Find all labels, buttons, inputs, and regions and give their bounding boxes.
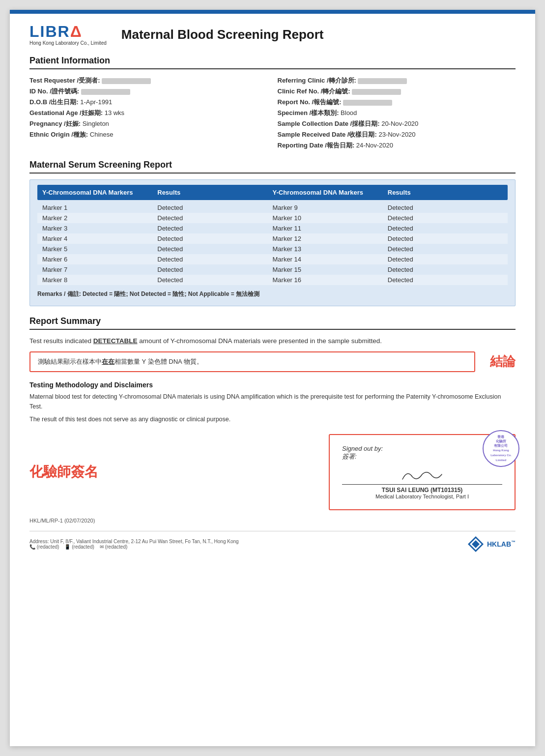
table-row: Marker 4 Detected Marker 12 Detected xyxy=(37,233,508,244)
result-right: Detected xyxy=(388,266,503,273)
conclusion-label: 結論 xyxy=(490,353,516,370)
col4-header: Results xyxy=(388,189,503,196)
result-left: Detected xyxy=(157,214,272,222)
signature-svg xyxy=(398,467,447,484)
result-right: Detected xyxy=(388,276,503,284)
patient-row-clinic: Referring Clinic /轉介診所: xyxy=(278,75,516,86)
top-accent-bar xyxy=(10,10,535,14)
stamp-text: 香港化驗所有限公司 Hong KongLaboratory Co.Limited xyxy=(489,433,513,464)
hklab-diamond-icon xyxy=(467,535,485,553)
patient-row-collection-date: Sample Collection Date /採樣日期: 20-Nov-202… xyxy=(278,118,516,129)
result-left: Detected xyxy=(157,235,272,242)
serum-section: Maternal Serum Screening Report Y-Chromo… xyxy=(29,160,516,306)
marker-right: Marker 15 xyxy=(273,266,388,273)
detectable-word: DETECTABLE xyxy=(93,337,138,345)
requester-value xyxy=(102,78,151,84)
patient-row-specimen: Specimen /樣本類別: Blood xyxy=(278,108,516,118)
markers-header-row: Y-Chromosomal DNA Markers Results Y-Chro… xyxy=(37,185,508,200)
signature-area: 化驗師簽名 香港化驗所有限公司 Hong KongLaboratory Co.L… xyxy=(29,434,516,510)
lab-stamp: 香港化驗所有限公司 Hong KongLaboratory Co.Limited xyxy=(483,430,519,467)
signer-title: Medical Laboratory Technologist, Part I xyxy=(342,494,502,499)
result-right: Detected xyxy=(388,225,503,232)
logo-sub: Hong Kong Laboratory Co., Limited xyxy=(29,40,107,46)
table-row: Marker 5 Detected Marker 13 Detected xyxy=(37,244,508,254)
summary-text: Test results indicated DETECTABLE amount… xyxy=(29,336,516,347)
contact-text: 📞 (redacted) 📱 (redacted) ✉ (redacted) xyxy=(29,544,239,550)
patient-row-gest-age: Gestational Age /妊娠期: 13 wks xyxy=(29,108,268,118)
marker-right: Marker 12 xyxy=(273,235,388,242)
clinic-value xyxy=(358,78,407,84)
col1-header: Y-Chromosomal DNA Markers xyxy=(42,189,157,196)
address-text: Address: Unit F, 8/F., Valiant Industria… xyxy=(29,539,239,544)
signed-out-text: Signed out by: 簽署: xyxy=(342,445,502,461)
methodology-text1: Maternal blood test for detecting Y-chro… xyxy=(29,392,516,411)
patient-row-reporting-date: Reporting Date /報告日期: 24-Nov-2020 xyxy=(278,140,516,151)
id-value xyxy=(81,89,130,95)
table-row: Marker 2 Detected Marker 10 Detected xyxy=(37,213,508,223)
patient-row-requester: Test Requester /受測者: xyxy=(29,75,268,86)
methodology-text2: The result of this test does not serve a… xyxy=(29,414,516,424)
marker-left: Marker 2 xyxy=(42,214,157,222)
signer-name: TSUI SAI LEUNG (MT101315) xyxy=(342,487,502,494)
result-right: Detected xyxy=(388,214,503,222)
report-summary-section: Report Summary Test results indicated DE… xyxy=(29,316,516,372)
result-right: Detected xyxy=(388,235,503,242)
marker-right: Marker 11 xyxy=(273,225,388,232)
marker-left: Marker 3 xyxy=(42,225,157,232)
marker-left: Marker 5 xyxy=(42,245,157,253)
table-row: Marker 1 Detected Marker 9 Detected xyxy=(37,203,508,213)
chinese-underline: 在在 xyxy=(102,358,115,365)
marker-right: Marker 14 xyxy=(273,256,388,263)
patient-row-dob: D.O.B /出生日期: 1-Apr-1991 xyxy=(29,97,268,108)
col2-header: Results xyxy=(157,189,272,196)
report-header: LIBRΔ Hong Kong Laboratory Co., Limited … xyxy=(29,24,516,46)
signature-line xyxy=(342,465,502,485)
col3-header: Y-Chromosomal DNA Markers xyxy=(273,189,388,196)
marker-right: Marker 10 xyxy=(273,214,388,222)
result-left: Detected xyxy=(157,256,272,263)
marker-left: Marker 1 xyxy=(42,204,157,211)
result-left: Detected xyxy=(157,204,272,211)
markers-table-container: Y-Chromosomal DNA Markers Results Y-Chro… xyxy=(29,179,516,306)
patient-grid: Test Requester /受測者: ID No. /證件號碼: D.O.B… xyxy=(29,75,516,151)
logo-area: LIBRΔ Hong Kong Laboratory Co., Limited xyxy=(29,24,107,46)
serum-section-header: Maternal Serum Screening Report xyxy=(29,160,516,174)
patient-row-id: ID No. /證件號碼: xyxy=(29,86,268,97)
result-right: Detected xyxy=(388,256,503,263)
clinic-ref-value xyxy=(352,89,401,95)
marker-left: Marker 8 xyxy=(42,276,157,284)
marker-right: Marker 9 xyxy=(273,204,388,211)
table-row: Marker 6 Detected Marker 14 Detected xyxy=(37,254,508,264)
marker-left: Marker 6 xyxy=(42,256,157,263)
patient-row-pregnancy: Pregnancy /妊娠: Singleton xyxy=(29,118,268,129)
summary-header: Report Summary xyxy=(29,316,516,330)
marker-right: Marker 13 xyxy=(273,245,388,253)
patient-row-ethnic: Ethnic Origin /種族: Chinese xyxy=(29,129,268,140)
address-area: Address: Unit F, 8/F., Valiant Industria… xyxy=(29,539,239,550)
result-left: Detected xyxy=(157,225,272,232)
patient-left-col: Test Requester /受測者: ID No. /證件號碼: D.O.B… xyxy=(29,75,268,151)
result-right: Detected xyxy=(388,245,503,253)
patient-row-report-no: Report No. /報告編號: xyxy=(278,97,516,108)
report-page: LIBRΔ Hong Kong Laboratory Co., Limited … xyxy=(10,10,535,746)
footer-doc-number: HKL/ML/RP-1 (02/07/2020) xyxy=(29,518,516,523)
red-result-box: 測驗結果顯示在樣本中在在相當數量 Y 染色體 DNA 物質。 xyxy=(29,351,475,372)
hklab-logo: HKLAB™ xyxy=(467,535,516,553)
chemist-label: 化驗師簽名 xyxy=(29,463,98,481)
hklab-text: HKLAB™ xyxy=(487,540,516,548)
report-title: Maternal Blood Screening Report xyxy=(121,27,324,42)
result-right: Detected xyxy=(388,204,503,211)
report-no-value xyxy=(343,100,392,106)
patient-right-col: Referring Clinic /轉介診所: Clinic Ref No. /… xyxy=(278,75,516,151)
marker-left: Marker 4 xyxy=(42,235,157,242)
bottom-bar: Address: Unit F, 8/F., Valiant Industria… xyxy=(29,531,516,553)
patient-info-section: Patient Information Test Requester /受測者:… xyxy=(29,56,516,151)
patient-row-clinic-ref: Clinic Ref No. /轉介編號: xyxy=(278,86,516,97)
result-left: Detected xyxy=(157,266,272,273)
result-left: Detected xyxy=(157,245,272,253)
table-row: Marker 8 Detected Marker 16 Detected xyxy=(37,275,508,285)
remarks-row: Remarks / 備註: Detected = 陽性; Not Detecte… xyxy=(37,290,508,298)
result-left: Detected xyxy=(157,276,272,284)
patient-row-received-date: Sample Received Date /收樣日期: 23-Nov-2020 xyxy=(278,129,516,140)
table-row: Marker 7 Detected Marker 15 Detected xyxy=(37,264,508,275)
